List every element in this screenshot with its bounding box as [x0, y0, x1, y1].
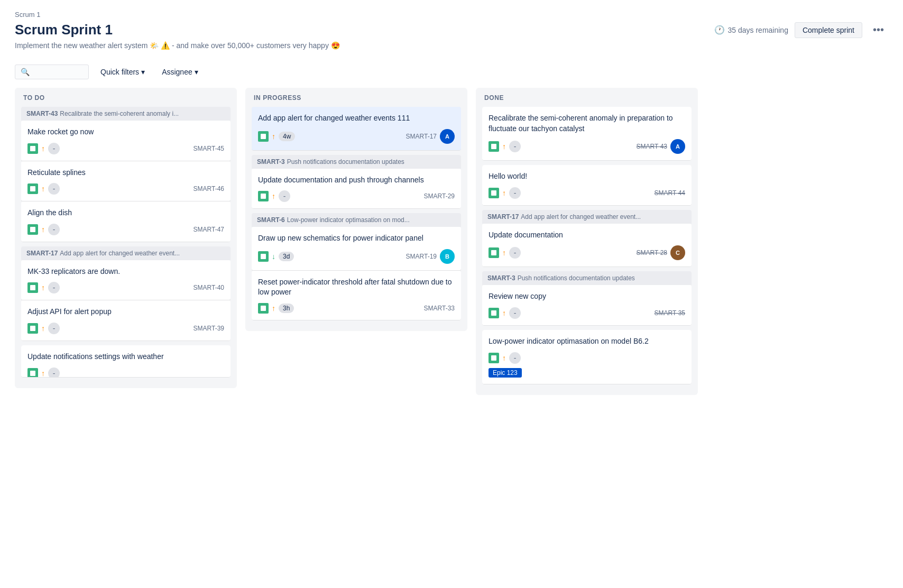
- minus-button[interactable]: -: [509, 141, 521, 152]
- avatar: B: [440, 249, 455, 264]
- priority-arrow-icon: ↑: [41, 225, 45, 234]
- search-box[interactable]: 🔍: [15, 65, 89, 79]
- svg-rect-14: [491, 355, 496, 361]
- more-options-button[interactable]: •••: [869, 22, 888, 38]
- card-type-icon[interactable]: [27, 143, 38, 154]
- svg-rect-9: [261, 306, 266, 311]
- card[interactable]: Reset power-indicator threshold after fa…: [252, 271, 461, 320]
- card-right-meta: SMART-17A: [406, 129, 455, 144]
- card-title: Low-power indicator optimasation on mode…: [489, 336, 685, 347]
- epic-label[interactable]: SMART-17Add app alert for changed weathe…: [21, 246, 231, 260]
- search-input[interactable]: [33, 68, 83, 76]
- minus-button[interactable]: -: [509, 352, 521, 364]
- card-type-icon[interactable]: [27, 183, 38, 194]
- card[interactable]: Recalibrate the semi-coherent anomaly in…: [482, 107, 692, 160]
- card-title: Update documentation: [489, 230, 685, 241]
- minus-button[interactable]: -: [509, 307, 521, 319]
- priority-arrow-icon: ↑: [41, 185, 45, 193]
- minus-button[interactable]: -: [509, 247, 521, 259]
- card[interactable]: Update documentation↑-SMART-28C: [482, 224, 692, 267]
- card[interactable]: Adjust API for alert popup↑-SMART-39: [21, 300, 231, 341]
- card-type-icon[interactable]: [258, 131, 269, 142]
- priority-arrow-icon: ↑: [502, 189, 506, 197]
- minus-button[interactable]: -: [48, 282, 60, 293]
- priority-arrow-icon: ↑: [272, 192, 275, 200]
- priority-arrow-icon: ↑: [502, 142, 506, 151]
- assignee-label: Assignee: [162, 68, 192, 76]
- minus-button[interactable]: -: [509, 187, 521, 199]
- sprint-title: Scrum Sprint 1: [15, 22, 113, 38]
- card-footer: ↑-SMART-47: [27, 224, 224, 235]
- card-title: Update documentation and push through ch…: [258, 175, 455, 186]
- card-right-meta: SMART-44: [655, 189, 685, 197]
- card-type-icon[interactable]: [27, 368, 38, 377]
- epic-label[interactable]: SMART-3Push notifications documentation …: [482, 271, 692, 285]
- card[interactable]: Review new copy↑-SMART-35: [482, 285, 692, 325]
- card-type-icon[interactable]: [489, 308, 499, 318]
- card-type-icon[interactable]: [27, 224, 38, 235]
- time-badge: 4w: [279, 132, 295, 141]
- minus-button[interactable]: -: [48, 143, 60, 154]
- epic-label[interactable]: SMART-3Push notifications documentation …: [252, 155, 461, 169]
- card-smart-id: SMART-45: [194, 145, 224, 152]
- page-header: Scrum 1 Scrum Sprint 1 🕐 35 days remaini…: [0, 0, 903, 65]
- card-footer: ↑4wSMART-17A: [258, 129, 455, 144]
- column-done: DONERecalibrate the semi-coherent anomal…: [476, 88, 698, 395]
- avatar: C: [670, 245, 685, 260]
- card-type-icon[interactable]: [489, 353, 499, 363]
- card-type-icon[interactable]: [258, 303, 269, 314]
- card[interactable]: Update documentation and push through ch…: [252, 169, 461, 209]
- epic-label[interactable]: SMART-43Recalibrate the semi-coherent an…: [21, 107, 231, 121]
- minus-button[interactable]: -: [48, 323, 60, 334]
- card-type-icon[interactable]: [489, 141, 499, 152]
- card[interactable]: Draw up new schematics for power indicat…: [252, 227, 461, 270]
- card-type-icon[interactable]: [489, 247, 499, 258]
- epic-group: Add app alert for changed weather events…: [252, 107, 461, 151]
- card-meta: ↑3h: [258, 303, 294, 314]
- epic-label[interactable]: SMART-17Add app alert for changed weathe…: [482, 210, 692, 224]
- card-type-icon[interactable]: [258, 191, 269, 201]
- card-meta: ↑-: [27, 368, 60, 377]
- card[interactable]: Align the dish↑-SMART-47: [21, 201, 231, 242]
- card-right-meta: SMART-35: [655, 309, 685, 317]
- svg-rect-13: [491, 310, 496, 316]
- assignee-filter-button[interactable]: Assignee ▾: [156, 65, 204, 79]
- card-meta: ↓3d: [258, 251, 294, 262]
- card-title: Recalibrate the semi-coherent anomaly in…: [489, 113, 685, 134]
- card[interactable]: Update notifications settings with weath…: [21, 345, 231, 377]
- card[interactable]: Add app alert for changed weather events…: [252, 107, 461, 150]
- epic-group: SMART-17Add app alert for changed weathe…: [21, 246, 231, 341]
- minus-button[interactable]: -: [48, 183, 60, 195]
- card-type-icon[interactable]: [489, 188, 499, 198]
- epic-group: SMART-6Low-power indicator optimasation …: [252, 213, 461, 320]
- card-footer: ↑-SMART-45: [27, 143, 224, 154]
- minus-button[interactable]: -: [279, 190, 290, 202]
- card-type-icon[interactable]: [27, 282, 38, 293]
- card-title: Align the dish: [27, 208, 224, 218]
- card-meta: ↑-: [489, 141, 521, 152]
- card-type-icon[interactable]: [27, 323, 38, 334]
- minus-button[interactable]: -: [48, 224, 60, 235]
- card[interactable]: Hello world!↑-SMART-44: [482, 165, 692, 205]
- sprint-subtitle: Implement the new weather alert system 🌤…: [15, 41, 888, 50]
- avatar: A: [670, 139, 685, 154]
- card-footer: ↑-SMART-44: [489, 187, 685, 199]
- card[interactable]: Make rocket go now↑-SMART-45: [21, 121, 231, 161]
- card-type-icon[interactable]: [258, 251, 269, 262]
- quick-filters-button[interactable]: Quick filters ▾: [95, 65, 150, 79]
- card[interactable]: Reticulate splines↑-SMART-46: [21, 161, 231, 201]
- card-right-meta: SMART-19B: [406, 249, 455, 264]
- priority-arrow-icon: ↑: [502, 309, 506, 317]
- priority-arrow-icon: ↑: [272, 304, 275, 313]
- minus-button[interactable]: -: [48, 368, 60, 377]
- card-title: Review new copy: [489, 291, 685, 302]
- assignee-chevron: ▾: [195, 68, 198, 76]
- complete-sprint-button[interactable]: Complete sprint: [795, 22, 862, 38]
- card[interactable]: Low-power indicator optimasation on mode…: [482, 330, 692, 384]
- card-smart-id: SMART-28: [637, 249, 667, 256]
- card-footer: ↑-SMART-35: [489, 307, 685, 319]
- card-footer: ↑-: [27, 368, 224, 377]
- epic-label[interactable]: SMART-6Low-power indicator optimasation …: [252, 213, 461, 227]
- card[interactable]: MK-33 replicators are down.↑-SMART-40: [21, 260, 231, 300]
- card-right-meta: SMART-47: [194, 226, 224, 233]
